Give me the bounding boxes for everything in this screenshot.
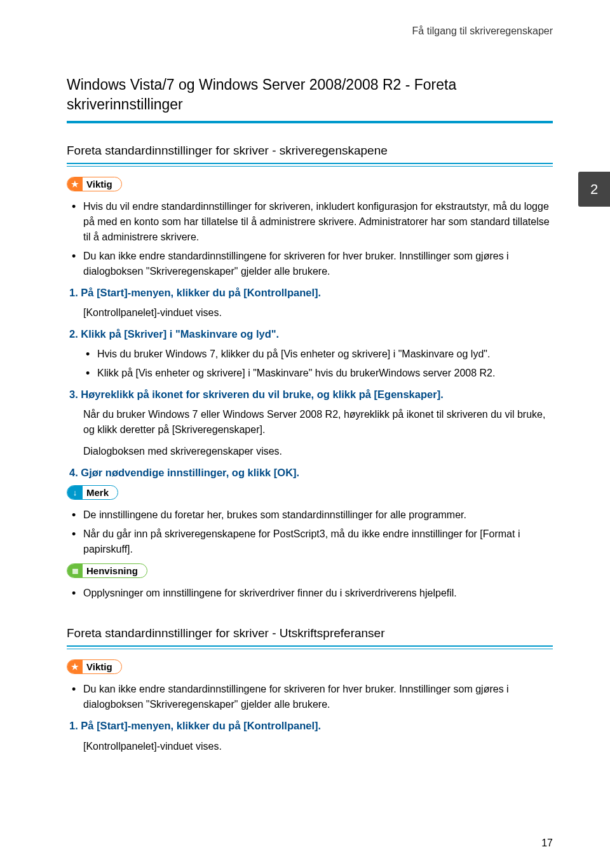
viktig-list: Hvis du vil endre standardinnstillinger …	[67, 199, 553, 279]
list-item: Når du går inn på skriveregenskapene for…	[83, 527, 553, 557]
arrow-down-icon: ↓	[67, 485, 83, 500]
step-detail: [Kontrollpanelet]-vinduet vises.	[83, 305, 553, 320]
badge-label: Viktig	[86, 179, 112, 189]
step-detail: Dialogboksen med skriveregenskaper vises…	[83, 444, 553, 459]
list-icon: ≣	[67, 563, 83, 578]
step-1: 1. På [Start]-menyen, klikker du på [Kon…	[69, 719, 553, 733]
henvisning-badge: ≣ Henvisning	[67, 563, 147, 578]
list-item: De innstillingene du foretar her, brukes…	[83, 507, 553, 523]
viktig-badge: ★ Viktig	[67, 177, 122, 191]
step-2-sublist: Hvis du bruker Windows 7, klikker du på …	[67, 347, 553, 381]
step-detail: [Kontrollpanelet]-vinduet vises.	[83, 739, 553, 754]
viktig-badge: ★ Viktig	[67, 659, 122, 674]
section-heading: Windows Vista/7 og Windows Server 2008/2…	[67, 75, 553, 114]
badge-label: Henvisning	[86, 565, 138, 576]
henvisning-list: Opplysninger om innstillingene for skriv…	[67, 586, 553, 601]
star-icon: ★	[67, 177, 83, 191]
subheading-underline	[67, 645, 553, 649]
step-3: 3. Høyreklikk på ikonet for skriveren du…	[69, 387, 553, 402]
page-number: 17	[541, 837, 553, 849]
list-item: Du kan ikke endre standardinnstillingene…	[83, 682, 553, 712]
list-item: Hvis du bruker Windows 7, klikker du på …	[97, 347, 553, 362]
badge-label: Merk	[86, 487, 109, 498]
viktig-list: Du kan ikke endre standardinnstillingene…	[67, 682, 553, 712]
subsection-heading: Foreta standardinnstillinger for skriver…	[67, 626, 553, 640]
star-icon: ★	[67, 659, 83, 674]
subheading-underline	[67, 163, 553, 167]
subsection-heading: Foreta standardinnstillinger for skriver…	[67, 144, 553, 158]
merk-badge: ↓ Merk	[67, 485, 118, 500]
step-detail: Når du bruker Windows 7 eller Windows Se…	[83, 407, 553, 437]
chapter-tab: 2	[578, 172, 610, 207]
list-item: Hvis du vil endre standardinnstillinger …	[83, 199, 553, 245]
badge-label: Viktig	[86, 661, 112, 672]
step-4: 4. Gjør nødvendige innstillinger, og kli…	[69, 465, 553, 480]
step-2: 2. Klikk på [Skriver] i "Maskinvare og l…	[69, 327, 553, 341]
list-item: Du kan ikke endre standardinnstillingene…	[83, 249, 553, 279]
running-header: Få tilgang til skriveregenskaper	[67, 25, 553, 37]
merk-list: De innstillingene du foretar her, brukes…	[67, 507, 553, 557]
list-item: Opplysninger om innstillingene for skriv…	[83, 586, 553, 601]
heading-underline	[67, 121, 553, 123]
step-1: 1. På [Start]-menyen, klikker du på [Kon…	[69, 286, 553, 300]
list-item: Klikk på [Vis enheter og skrivere] i "Ma…	[97, 366, 553, 381]
